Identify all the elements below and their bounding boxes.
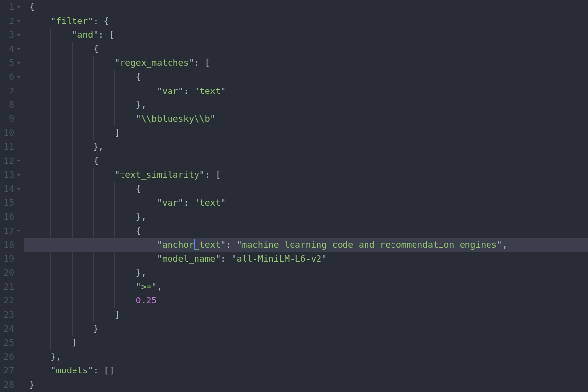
code-line-active[interactable]: "anchor_text": "machine learning code an… — [24, 238, 588, 252]
code-line[interactable]: }, — [29, 350, 588, 364]
json-string: text — [199, 196, 220, 210]
fold-icon[interactable] — [17, 48, 21, 50]
json-key: models — [56, 364, 88, 378]
code-line[interactable]: ] — [29, 308, 588, 322]
line-number: 8 — [0, 98, 21, 112]
line-number-gutter: 1234567891011121314151617181920212223242… — [0, 0, 24, 392]
bracket-open: [ — [215, 168, 220, 182]
fold-icon[interactable] — [17, 34, 21, 36]
colon: : — [183, 196, 194, 210]
code-line[interactable]: }, — [29, 266, 588, 280]
fold-icon[interactable] — [17, 62, 21, 64]
line-number: 4 — [0, 42, 21, 56]
code-line[interactable]: { — [29, 182, 588, 196]
line-number: 15 — [0, 196, 21, 210]
quote: " — [220, 84, 226, 98]
code-line[interactable]: ">=", — [29, 280, 588, 294]
code-line[interactable]: { — [29, 224, 588, 238]
code-line[interactable]: "var": "text" — [29, 84, 588, 98]
code-line[interactable]: } — [29, 322, 588, 336]
colon: : — [183, 84, 194, 98]
line-number: 7 — [0, 84, 21, 98]
code-line[interactable]: { — [29, 70, 588, 84]
fold-icon[interactable] — [17, 76, 21, 78]
line-number: 3 — [0, 28, 21, 42]
code-line[interactable]: }, — [29, 140, 588, 154]
fold-icon[interactable] — [17, 230, 21, 232]
line-number: 2 — [0, 14, 21, 28]
quote: " — [215, 252, 220, 266]
code-line[interactable]: "text_similarity": [ — [29, 168, 588, 182]
comma: , — [141, 98, 147, 112]
colon: : — [220, 252, 231, 266]
line-number: 14 — [0, 182, 21, 196]
comma: , — [98, 140, 104, 154]
json-string: machine learning code and recommendation… — [242, 238, 497, 252]
quote: " — [114, 168, 120, 182]
line-number: 22 — [0, 294, 21, 308]
code-area[interactable]: { "filter": { "and": [ { "regex_matches"… — [24, 0, 588, 392]
comma: , — [141, 210, 147, 224]
comma: , — [141, 266, 147, 280]
quote: " — [157, 238, 162, 252]
code-line[interactable]: "var": "text" — [29, 196, 588, 210]
code-line[interactable]: ] — [29, 336, 588, 350]
json-key: var — [162, 84, 178, 98]
bracket-close: ] — [72, 336, 77, 350]
colon: : — [226, 238, 237, 252]
quote: " — [157, 252, 162, 266]
comma: , — [56, 350, 61, 364]
quote: " — [194, 196, 199, 210]
code-line[interactable]: "models": [] — [29, 364, 588, 378]
line-number: 17 — [0, 224, 21, 238]
bracket-open: [ — [109, 28, 115, 42]
code-line[interactable]: ] — [29, 126, 588, 140]
colon: : — [93, 364, 104, 378]
brace-close: } — [93, 322, 98, 336]
code-line[interactable]: "and": [ — [29, 28, 588, 42]
text-cursor — [194, 239, 195, 250]
brace-close: } — [29, 378, 35, 392]
line-number: 28 — [0, 378, 21, 392]
json-key: regex_matches — [120, 56, 189, 70]
quote: " — [497, 238, 502, 252]
quote: " — [114, 56, 120, 70]
fold-icon[interactable] — [17, 160, 21, 162]
code-line[interactable]: { — [29, 0, 588, 14]
quote: " — [220, 196, 226, 210]
quote: " — [231, 252, 237, 266]
code-line[interactable]: "filter": { — [29, 14, 588, 28]
bracket-close: ] — [109, 364, 115, 378]
json-key: filter — [56, 14, 88, 28]
quote: " — [199, 168, 205, 182]
code-line[interactable]: }, — [29, 98, 588, 112]
code-line[interactable]: "\\bbluesky\\b" — [29, 112, 588, 126]
code-line[interactable]: }, — [29, 210, 588, 224]
json-key: anchor — [162, 238, 194, 252]
brace-open: { — [136, 70, 141, 84]
fold-icon[interactable] — [17, 6, 21, 8]
code-line[interactable]: 0.25 — [29, 294, 588, 308]
quote: " — [220, 238, 226, 252]
json-string: all-MiniLM-L6-v2 — [237, 252, 321, 266]
code-editor[interactable]: 1234567891011121314151617181920212223242… — [0, 0, 588, 392]
json-key: _text — [194, 238, 220, 252]
line-number: 1 — [0, 0, 21, 14]
code-line[interactable]: { — [29, 42, 588, 56]
quote: " — [50, 364, 56, 378]
json-key: text_similarity — [120, 168, 199, 182]
fold-icon[interactable] — [17, 174, 21, 176]
fold-icon[interactable] — [17, 188, 21, 190]
bracket-open: [ — [104, 364, 109, 378]
code-line[interactable]: } — [29, 378, 588, 392]
line-number: 6 — [0, 70, 21, 84]
code-line[interactable]: "model_name": "all-MiniLM-L6-v2" — [29, 252, 588, 266]
json-string: \\bbluesky\\b — [141, 112, 210, 126]
quote: " — [72, 28, 77, 42]
code-line[interactable]: "regex_matches": [ — [29, 56, 588, 70]
brace-close: } — [136, 98, 141, 112]
fold-icon[interactable] — [17, 20, 21, 22]
colon: : — [194, 56, 205, 70]
code-line[interactable]: { — [29, 154, 588, 168]
quote: " — [178, 84, 184, 98]
